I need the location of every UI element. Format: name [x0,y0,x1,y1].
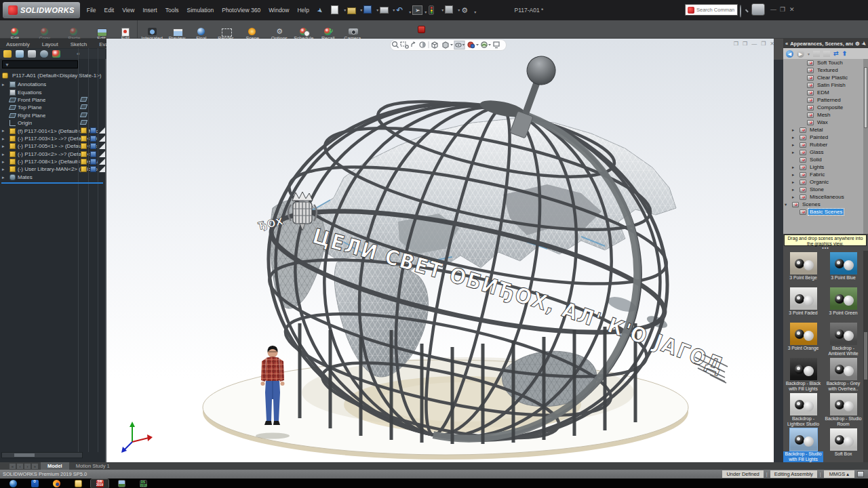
hide-show-items-icon[interactable] [454,41,465,49]
menu-item[interactable]: Edit [100,0,118,20]
edit-appearance-viewport-icon[interactable] [468,42,479,48]
command-button[interactable]: Camera View [340,20,365,38]
zoom-fit-icon[interactable] [393,42,399,48]
expand-arrow-icon[interactable]: ▸ [2,81,5,88]
expand-arrow-icon[interactable]: ▸ [792,142,794,148]
menu-item[interactable]: File [83,0,100,20]
file-properties-button[interactable] [445,5,455,15]
appearance-tree-item[interactable]: ▸ Mesh [783,111,868,119]
tab-displaymanager-icon[interactable] [52,50,60,58]
menu-item[interactable]: Insert [138,0,161,20]
command-button[interactable]: Copy Appearance [30,20,60,38]
save-button[interactable] [363,5,374,15]
expand-arrow-icon[interactable]: ▸ [792,195,794,200]
appearance-tree-item[interactable]: ▸ Stone [783,186,868,193]
feature-tree-item[interactable]: ▸ (-) P117-003<2> ->? (Default<D [0,150,106,158]
tab-strip-chevron-icon[interactable]: « [77,51,79,57]
scene-thumbnail[interactable]: 3 Point Orange [783,321,823,355]
document-tab[interactable]: Model [41,462,69,470]
previous-view-icon[interactable] [412,41,416,47]
tree-horizontal-scrollbar[interactable] [1,452,83,458]
command-button[interactable]: Options [267,20,292,38]
feature-tree-item[interactable]: ▸ (-) P117-003<1> ->? (Default<<D [0,135,106,142]
display-style-icon[interactable] [443,42,453,48]
rollback-bar[interactable] [1,182,103,184]
appearance-tree-item[interactable]: ▸ Organic [783,178,868,186]
task-pane-gear-icon[interactable]: ⚙ [855,41,860,47]
menu-item[interactable]: Window [264,0,293,20]
feature-tree-item[interactable]: ▸ Mates [0,174,106,181]
taskbar-firefox[interactable] [47,479,65,488]
expand-arrow-icon[interactable]: ▸ [792,150,794,155]
search-icon[interactable] [740,5,749,14]
document-tab[interactable]: Motion Study 1 [69,462,117,470]
appearance-tree-item[interactable]: ▸ Rubber [783,141,868,148]
scene-thumbnail[interactable]: 3 Point Green [823,286,863,320]
search-commands-box[interactable] [685,4,738,16]
feature-tree-item[interactable]: ▸ Origin [0,119,106,127]
appearance-tree-item[interactable]: ▸ EDM [783,89,868,96]
appearance-tree-item[interactable]: ▸ Basic Scenes [783,208,868,216]
print-button[interactable] [380,5,390,15]
taskbar-solidworks-2019[interactable]: SW2019 [91,479,108,488]
expand-arrow-icon[interactable]: ▸ [2,165,5,173]
forward-dropdown-icon[interactable]: ▾ [808,52,810,56]
solidworks-logo[interactable]: SOLIDWORKS [3,2,80,18]
command-button[interactable]: Final Render [189,20,214,38]
expand-arrow-icon[interactable]: ▸ [792,180,794,185]
tab-propertymanager-icon[interactable] [16,50,24,58]
appearance-tree-item[interactable]: ▸ Lights [783,163,868,171]
menu-item[interactable]: Tools [161,0,183,20]
expand-arrow-icon[interactable]: ▸ [2,150,5,158]
new-document-button[interactable] [331,5,341,15]
command-button[interactable]: Edit Scene [89,20,113,38]
pin-icon[interactable]: ➤ [315,5,324,15]
open-document-button[interactable] [347,5,357,15]
view-orientation-icon[interactable] [432,42,437,48]
tree-filter-input[interactable]: ▼ [2,60,78,68]
expand-arrow-icon[interactable]: ▸ [792,172,794,178]
start-button[interactable] [4,479,22,488]
ribbon-tab[interactable]: Assembly [0,40,36,48]
help-resources-icon[interactable] [751,3,765,16]
tab-nav-arrows[interactable]: «‹›» [9,464,38,469]
tab-configurationmanager-icon[interactable] [28,50,36,58]
up-folder-icon[interactable]: ⬆ [842,50,848,57]
command-button[interactable]: Schedule Render [292,20,316,38]
scene-thumbnail[interactable]: 3 Point Faded [783,286,823,320]
taskbar-photos[interactable] [113,479,130,488]
expand-arrow-icon[interactable]: ▸ [2,158,5,165]
taskbar-file-explorer[interactable] [69,479,87,488]
photoview-red-icon[interactable] [418,26,425,33]
expand-arrow-icon[interactable]: ▸ [2,127,5,134]
restore-button[interactable]: ❐ [780,6,785,13]
appearance-tree-item[interactable]: ▾ Scenes [783,201,868,208]
command-button[interactable]: Render Region [214,20,238,38]
rebuild-traffic-light-button[interactable] [429,5,439,15]
scene-thumbnail[interactable]: 3 Point Blue [823,251,863,285]
doc-restore-button[interactable]: ❐ [761,40,766,48]
appearance-tree-item[interactable]: ▸ Patterned [783,96,868,104]
appearance-tree-item[interactable]: ▸ Miscellaneous [783,193,868,201]
assembly-root-item[interactable]: P117-A01 (Default<Display State-1>) [2,73,104,79]
scene-thumbnail[interactable]: Soft Box [823,427,863,461]
refresh-icon[interactable]: ⇄ [833,50,839,57]
feature-tree-item[interactable]: ▸ (f) P117-001<1> (Default<As Mac [0,127,106,134]
feature-tree-item[interactable]: ▸ (-) P117-005<1> -> (Default<<De [0,142,106,150]
doc-minimize-button[interactable]: — [751,40,757,48]
appearance-tree-item[interactable]: ▸ Clear Plastic [783,74,868,81]
minimize-button[interactable]: — [770,6,776,13]
feature-tree-item[interactable]: ▸ Right Plane [0,112,106,119]
command-button[interactable]: Recall Last Render [316,20,340,38]
command-button[interactable]: Edit Appearance [0,20,30,38]
appearance-tree-item[interactable]: ▸ Metal [783,126,868,134]
appearance-tree-item[interactable]: ▸ Satin Finish [783,81,868,89]
appearance-tree-item[interactable]: ▸ Painted [783,134,868,141]
scene-thumbnail[interactable]: Backdrop - Studio Room [823,392,863,426]
quick-tips-icon[interactable] [857,471,864,477]
viewport-3d-scene[interactable]: ЦЕЛИ СВЕТ ОБИЂОХ, АЛ' К'О ЈАГОДИ ЂОХ [106,39,774,462]
expand-arrow-icon[interactable]: ▸ [2,174,5,181]
expand-arrow-icon[interactable]: ▸ [792,165,794,170]
menu-item[interactable]: View [118,0,138,20]
expand-arrow-icon[interactable]: ▸ [792,127,794,133]
